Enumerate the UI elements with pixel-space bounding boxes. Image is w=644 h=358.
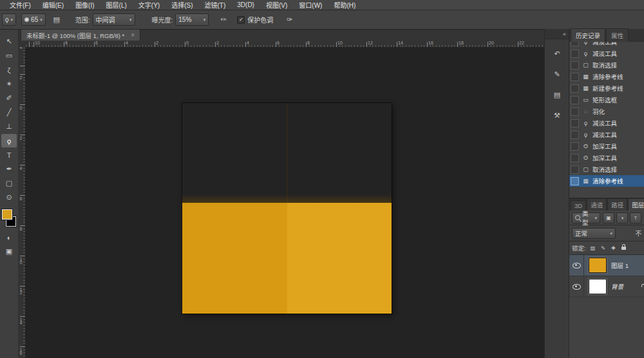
- menu-item[interactable]: 文件(F): [4, 0, 37, 10]
- pen-tool[interactable]: ✒: [1, 162, 17, 176]
- checkbox-checked-icon: ✓: [237, 16, 245, 24]
- history-item[interactable]: ▦ 清除参考线: [569, 175, 644, 187]
- history-item[interactable]: ▢ 取消选择: [569, 59, 644, 71]
- history-item[interactable]: ϙ 减淡工具: [569, 48, 644, 59]
- chevron-down-icon: ▾: [40, 17, 43, 22]
- lock-transparency-icon[interactable]: ▨: [589, 244, 598, 252]
- history-source-checkbox[interactable]: [571, 131, 579, 139]
- history-source-checkbox[interactable]: [571, 96, 579, 104]
- menu-item[interactable]: 图层(L): [100, 0, 133, 10]
- brush-panel-toggle-button[interactable]: ▤: [50, 14, 64, 26]
- move-tool[interactable]: ↖: [1, 35, 17, 48]
- color-swatches[interactable]: [1, 209, 17, 227]
- history-item[interactable]: ϙ 减淡工具: [569, 117, 644, 129]
- tool-preset-picker[interactable]: ϙ ▾: [2, 14, 16, 26]
- rectangular-marquee-tool[interactable]: ▭: [1, 49, 17, 62]
- panel-tab[interactable]: 属性: [606, 28, 629, 42]
- lock-all-icon[interactable]: [620, 244, 629, 252]
- history-step-label: 减淡工具: [592, 130, 617, 139]
- menu-item[interactable]: 视图(V): [260, 0, 293, 10]
- history-source-checkbox[interactable]: [571, 84, 579, 93]
- history-step-icon: ʘ: [582, 155, 590, 161]
- history-source-checkbox[interactable]: [571, 177, 579, 185]
- dock-adjustments-icon[interactable]: ▤: [550, 88, 564, 101]
- history-item[interactable]: ▦ 清除参考线: [569, 71, 644, 82]
- history-source-checkbox[interactable]: [571, 42, 579, 46]
- close-icon[interactable]: ×: [131, 32, 135, 39]
- airbrush-toggle-button[interactable]: ✏: [216, 14, 231, 26]
- foreground-color-swatch[interactable]: [2, 209, 12, 220]
- history-source-checkbox[interactable]: [571, 61, 579, 70]
- history-item[interactable]: ▦ 新建参考线: [569, 82, 644, 94]
- menu-item[interactable]: 文字(Y): [133, 0, 166, 10]
- range-select[interactable]: 中间调 ▾: [93, 14, 135, 26]
- menu-item[interactable]: 选择(S): [166, 0, 198, 10]
- exposure-select[interactable]: 15% ▾: [175, 14, 209, 26]
- lasso-tool[interactable]: ζ: [1, 63, 17, 77]
- history-source-checkbox[interactable]: [571, 50, 579, 58]
- blend-mode-select[interactable]: 正常 ▾: [572, 228, 616, 239]
- quick-mask-button[interactable]: ◐: [1, 231, 17, 244]
- screen-mode-button[interactable]: ▣: [1, 245, 17, 258]
- collapse-panels-icon[interactable]: «: [563, 31, 566, 37]
- type-tool[interactable]: T: [1, 148, 17, 162]
- history-source-checkbox[interactable]: [571, 73, 579, 81]
- history-source-checkbox[interactable]: [571, 119, 579, 127]
- history-item[interactable]: ▭ 矩形选框: [569, 94, 644, 106]
- history-item[interactable]: ▢ 取消选择: [569, 164, 644, 175]
- brush-tip-icon: [24, 17, 29, 22]
- history-item[interactable]: ϙ 减淡工具: [569, 129, 644, 140]
- history-item[interactable]: ʘ 加深工具: [569, 152, 644, 164]
- dock-tool-presets-icon[interactable]: ⚒: [550, 109, 564, 122]
- brush-tool[interactable]: ╱: [1, 106, 17, 119]
- lock-position-icon[interactable]: ✚: [609, 244, 618, 252]
- layer-row[interactable]: 背景: [569, 276, 644, 297]
- visibility-toggle[interactable]: [569, 255, 584, 276]
- clone-stamp-tool[interactable]: ⊥: [1, 120, 17, 133]
- history-source-checkbox[interactable]: [571, 165, 579, 174]
- history-item[interactable]: ϙ 减淡工具: [569, 42, 644, 48]
- layers-panel-tabs: 3D通道路径图层: [569, 198, 644, 211]
- layer-thumbnail[interactable]: [589, 258, 607, 273]
- ruler-number: 22: [518, 41, 524, 45]
- history-item[interactable]: ◌ 羽化: [569, 106, 644, 117]
- filter-pixel-layers-icon[interactable]: ▣: [603, 212, 614, 223]
- filter-type-layers-icon[interactable]: T: [630, 212, 641, 223]
- magic-wand-tool[interactable]: ✶: [1, 77, 17, 91]
- menu-item[interactable]: 帮助(H): [328, 0, 361, 10]
- history-source-checkbox[interactable]: [571, 142, 579, 151]
- layer-thumbnail[interactable]: [589, 279, 607, 294]
- protect-tones-checkbox[interactable]: ✓ 保护色调: [237, 15, 273, 24]
- eyedropper-tool[interactable]: ✐: [1, 91, 17, 105]
- options-bar: ϙ ▾ 65 ▾ ▤ 范围: 中间调 ▾ 曝光度: 15% ▾ ✏ ✓ 保护色调…: [0, 10, 644, 30]
- dock-panel-glyph: ▤: [554, 91, 560, 99]
- layer-filter-kind-select[interactable]: 类型 ▾: [572, 212, 600, 223]
- pressure-toggle-button[interactable]: ✑: [282, 14, 296, 26]
- canvas-area[interactable]: [25, 47, 544, 358]
- document-image[interactable]: [182, 103, 392, 314]
- zoom-tool[interactable]: ⊙: [1, 191, 17, 204]
- dodge-burn-tool[interactable]: ϙ: [1, 134, 17, 147]
- lock-paint-icon[interactable]: ✎: [599, 244, 608, 252]
- visibility-toggle[interactable]: [569, 276, 584, 297]
- panel-tab[interactable]: 历史记录: [571, 28, 605, 42]
- menu-item[interactable]: 3D(D): [231, 1, 260, 8]
- brush-preset-picker[interactable]: 65 ▾: [21, 14, 46, 26]
- dock-history-icon[interactable]: ↶: [550, 47, 564, 60]
- menu-item[interactable]: 滤镜(T): [199, 0, 232, 10]
- layer-row[interactable]: 图层 1: [569, 255, 644, 276]
- filter-adjustment-layers-icon[interactable]: ◑: [616, 212, 628, 223]
- panel-tab[interactable]: 路径: [607, 198, 627, 211]
- history-item[interactable]: ʘ 加深工具: [569, 140, 644, 152]
- menu-item[interactable]: 编辑(E): [37, 0, 70, 10]
- history-source-checkbox[interactable]: [571, 154, 579, 162]
- panel-tab[interactable]: 图层: [628, 198, 644, 211]
- ruler-number: 10: [336, 41, 343, 45]
- dock-properties-icon[interactable]: ✎: [550, 68, 564, 80]
- menu-item[interactable]: 图像(I): [70, 0, 100, 10]
- rectangle-tool[interactable]: ▢: [1, 176, 17, 190]
- history-source-checkbox[interactable]: [571, 108, 579, 116]
- document-tab[interactable]: 未标题-1 @ 100% (图层 1, RGB/8) * ×: [21, 29, 140, 41]
- menu-item[interactable]: 窗口(W): [293, 0, 328, 10]
- chevron-down-icon: ▾: [594, 216, 597, 220]
